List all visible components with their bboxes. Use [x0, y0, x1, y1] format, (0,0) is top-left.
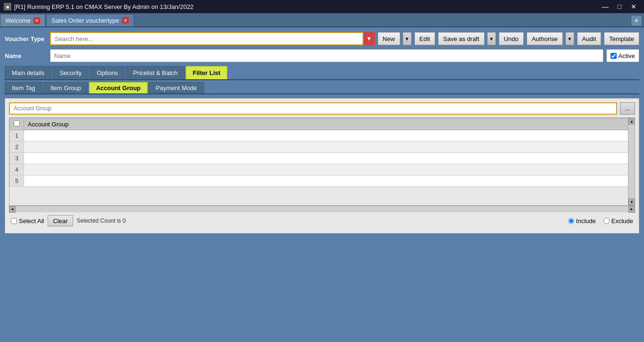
subtab-item-group[interactable]: Item Group	[43, 82, 88, 93]
voucher-type-search-input[interactable]	[50, 32, 363, 45]
horizontal-scrollbar[interactable]: ◄ ►	[9, 206, 635, 212]
tab-sales-order-close[interactable]: ✕	[122, 17, 129, 24]
table-row: 2	[10, 142, 635, 153]
include-radio-label: Include	[568, 217, 596, 225]
scroll-left-button[interactable]: ◄	[9, 206, 16, 213]
subtab-account-group[interactable]: Account Group	[89, 82, 148, 93]
table-row: 4	[10, 164, 635, 175]
row-num-1: 1	[10, 130, 24, 142]
active-checkbox-container: Active	[606, 49, 639, 62]
toolbar-row: Voucher Type ▼ New ▼ Edit Save as draft …	[5, 32, 639, 45]
tab-pricelist-batch[interactable]: Pricelist & Batch	[126, 66, 185, 79]
tab-sales-order-label: Sales Order vouchertype	[51, 17, 119, 24]
save-as-draft-dropdown-button[interactable]: ▼	[487, 32, 496, 45]
voucher-type-label: Voucher Type	[5, 35, 47, 42]
row-1-account-group	[24, 130, 635, 142]
select-all-checkbox[interactable]	[11, 218, 17, 224]
row-2-account-group	[24, 142, 635, 153]
name-label: Name	[5, 52, 47, 59]
table-select-all-header-checkbox[interactable]	[14, 120, 20, 126]
include-radio[interactable]	[568, 218, 574, 224]
table-row: 3	[10, 153, 635, 164]
vertical-scrollbar[interactable]: ▲ ▼	[628, 118, 635, 205]
select-all-checkbox-label: Select All	[11, 217, 44, 225]
radio-group: Include Exclude	[568, 217, 633, 225]
account-group-table: Account Group 1 2	[9, 118, 635, 187]
edit-button[interactable]: Edit	[414, 32, 435, 45]
grid-search-button[interactable]: ...	[620, 102, 635, 115]
add-tab-button[interactable]: +	[631, 15, 642, 26]
scroll-up-button[interactable]: ▲	[628, 118, 635, 125]
row-5-account-group	[24, 175, 635, 187]
minimize-button[interactable]: —	[599, 0, 612, 13]
tab-main-details[interactable]: Main details	[5, 66, 51, 79]
tab-welcome-close[interactable]: ✕	[33, 17, 40, 24]
tab-welcome[interactable]: Welcome ✕	[0, 14, 45, 26]
subtab-item-tag[interactable]: Item Tag	[5, 82, 42, 93]
authorise-button[interactable]: Authorise	[527, 32, 563, 45]
tab-bar: Welcome ✕ Sales Order vouchertype ✕ +	[0, 13, 644, 27]
voucher-type-dropdown-button[interactable]: ▼	[363, 32, 375, 45]
tab-filter-list[interactable]: Filter List	[186, 66, 228, 79]
row-num-5: 5	[10, 175, 24, 187]
content-area: ... Account Group	[5, 94, 639, 234]
row-num-2: 2	[10, 142, 24, 153]
template-button[interactable]: Template	[604, 32, 639, 45]
row-3-account-group	[24, 153, 635, 164]
tab-security[interactable]: Security	[52, 66, 89, 79]
audit-button[interactable]: Audit	[577, 32, 602, 45]
app-icon: ■	[4, 3, 11, 10]
name-row: Name Active	[5, 49, 639, 62]
maximize-button[interactable]: □	[613, 0, 626, 13]
grid-search-row: ...	[9, 102, 635, 115]
grid-panel: ... Account Group	[5, 98, 639, 234]
selected-count-text: Selected Count is 0	[77, 217, 126, 224]
clear-button[interactable]: Clear	[48, 215, 73, 226]
main-content: Voucher Type ▼ New ▼ Edit Save as draft …	[0, 27, 644, 342]
sub-tabs: Item Tag Item Group Account Group Paymen…	[5, 80, 639, 94]
table-row: 1	[10, 130, 635, 142]
table-row: 5	[10, 175, 635, 187]
save-as-draft-button[interactable]: Save as draft	[438, 32, 485, 45]
col-account-group: Account Group	[24, 118, 635, 130]
row-4-account-group	[24, 164, 635, 175]
title-bar: ■ [R1] Running ERP 5.1 on CMAX Server By…	[0, 0, 644, 13]
active-label: Active	[619, 52, 635, 59]
new-button[interactable]: New	[378, 32, 400, 45]
table-scroll-area: Account Group 1 2	[9, 118, 635, 205]
main-tabs: Main details Security Options Pricelist …	[5, 66, 639, 80]
row-num-4: 4	[10, 164, 24, 175]
form-panel: Voucher Type ▼ New ▼ Edit Save as draft …	[5, 32, 639, 234]
scroll-right-button[interactable]: ►	[628, 206, 635, 213]
tab-sales-order[interactable]: Sales Order vouchertype ✕	[46, 14, 134, 26]
exclude-radio[interactable]	[603, 218, 610, 224]
close-button[interactable]: ✕	[627, 0, 640, 13]
search-container: ▼	[50, 32, 375, 45]
tab-welcome-label: Welcome	[5, 17, 31, 24]
bottom-toolbar: Select All Clear Selected Count is 0 Inc…	[9, 212, 635, 229]
active-checkbox[interactable]	[611, 53, 617, 59]
scroll-down-button[interactable]: ▼	[628, 199, 635, 205]
new-dropdown-button[interactable]: ▼	[403, 32, 412, 45]
name-input[interactable]	[50, 49, 603, 62]
undo-button[interactable]: Undo	[499, 32, 524, 45]
subtab-payment-mode[interactable]: Payment Mode	[149, 82, 204, 93]
tab-options[interactable]: Options	[90, 66, 125, 79]
authorise-dropdown-button[interactable]: ▼	[566, 32, 574, 45]
account-group-search-input[interactable]	[9, 102, 617, 115]
exclude-radio-label: Exclude	[603, 217, 633, 225]
title-text: [R1] Running ERP 5.1 on CMAX Server By A…	[14, 3, 194, 10]
table-header-checkbox	[10, 118, 24, 130]
row-num-3: 3	[10, 153, 24, 164]
